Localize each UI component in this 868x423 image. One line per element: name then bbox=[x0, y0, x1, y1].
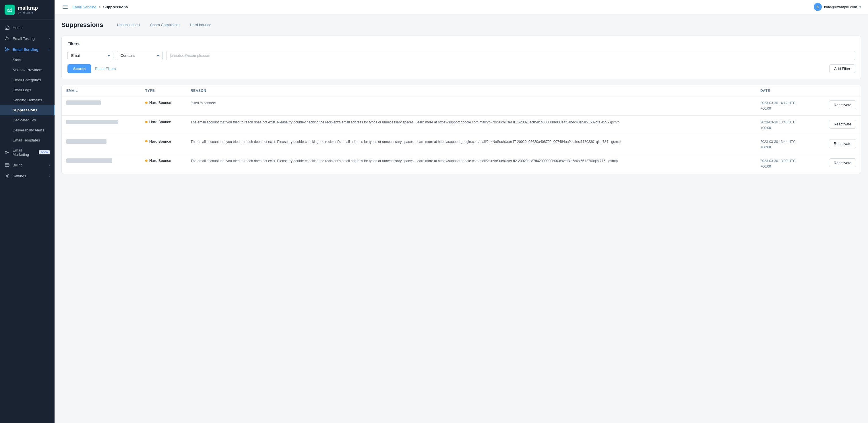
chevron-down-icon: ⌄ bbox=[48, 48, 50, 51]
sidebar-item-email-testing-label: Email Testing bbox=[12, 36, 35, 41]
sidebar-item-home[interactable]: Home bbox=[0, 22, 55, 33]
reason-text: The email account that you tried to reac… bbox=[191, 140, 621, 144]
breadcrumb-current: Suppressions bbox=[103, 5, 128, 9]
user-email: kate@example.com bbox=[824, 5, 857, 9]
send-icon bbox=[5, 47, 10, 52]
reactivate-button[interactable]: Reactivate bbox=[829, 120, 856, 129]
col-type: Type bbox=[141, 85, 186, 96]
breadcrumb: Email Sending > Suppressions bbox=[72, 5, 128, 9]
type-dot bbox=[145, 121, 148, 123]
svg-point-8 bbox=[7, 175, 8, 177]
table-body: Hard Bouncefailed to connect2023-03-30 1… bbox=[62, 96, 861, 174]
sidebar-item-sending-domains[interactable]: Sending Domains bbox=[0, 95, 55, 105]
add-filter-button[interactable]: Add Filter bbox=[829, 64, 855, 73]
tab-unsubscribed[interactable]: Unsubscribed bbox=[112, 21, 144, 29]
settings-icon bbox=[5, 173, 10, 178]
sidebar-item-mailbox-providers[interactable]: Mailbox Providers bbox=[0, 65, 55, 75]
tab-spam-complaints[interactable]: Spam Complaints bbox=[146, 21, 184, 29]
col-email: Email bbox=[62, 85, 141, 96]
filter-row: Email Type Date Contains Equals Starts w… bbox=[67, 51, 855, 60]
col-date: Date bbox=[756, 85, 813, 96]
sidebar-item-email-categories[interactable]: Email Categories bbox=[0, 75, 55, 85]
filter-actions: Search Reset Filters Add Filter bbox=[67, 64, 855, 73]
sidebar-item-settings[interactable]: Settings › bbox=[0, 170, 55, 182]
date-text: 2023-03-30 13:00 UTC+00:00 bbox=[761, 159, 796, 168]
tab-hard-bounce[interactable]: Hard bounce bbox=[185, 21, 216, 29]
sidebar-item-email-templates[interactable]: Email Templates bbox=[0, 135, 55, 145]
type-cell: Hard Bounce bbox=[141, 116, 186, 135]
sidebar-item-stats-label: Stats bbox=[12, 58, 21, 62]
breadcrumb-parent[interactable]: Email Sending bbox=[72, 5, 96, 9]
sidebar-item-dedicated-ips-label: Dedicated IPs bbox=[12, 118, 36, 122]
reason-text: failed to connect bbox=[191, 101, 216, 105]
type-dot bbox=[145, 160, 148, 162]
page-content: Suppressions Unsubscribed Spam Complaint… bbox=[55, 14, 868, 423]
sidebar-item-settings-label: Settings bbox=[12, 174, 26, 178]
sidebar-nav: Home Email Testing › Email Sending ⌄ Sta… bbox=[0, 20, 55, 423]
search-button[interactable]: Search bbox=[67, 64, 91, 73]
sidebar-item-email-sending-label: Email Sending bbox=[12, 47, 38, 52]
reset-filters-button[interactable]: Reset Filters bbox=[95, 64, 116, 73]
filter-field-select[interactable]: Email Type Date bbox=[67, 51, 113, 60]
sidebar-item-dedicated-ips[interactable]: Dedicated IPs bbox=[0, 115, 55, 125]
sidebar-item-email-marketing[interactable]: Email Marketing SOON bbox=[0, 145, 55, 160]
sidebar-item-home-label: Home bbox=[12, 26, 23, 30]
type-label: Hard Bounce bbox=[149, 158, 171, 163]
type-dot bbox=[145, 102, 148, 104]
suppressions-table: Email Type Reason Date Hard Bouncefailed… bbox=[61, 85, 861, 174]
sidebar-item-suppressions[interactable]: Suppressions bbox=[0, 105, 55, 115]
sidebar-item-deliverability-alerts[interactable]: Deliverability Alerts bbox=[0, 125, 55, 135]
sidebar-item-billing[interactable]: Billing › bbox=[0, 160, 55, 170]
action-cell: Reactivate bbox=[813, 96, 861, 116]
reactivate-button[interactable]: Reactivate bbox=[829, 100, 856, 109]
sidebar-item-email-templates-label: Email Templates bbox=[12, 138, 40, 142]
filters-title: Filters bbox=[67, 42, 855, 46]
sidebar-item-email-categories-label: Email Categories bbox=[12, 78, 41, 82]
sidebar-item-email-logs-label: Email Logs bbox=[12, 88, 31, 92]
email-cell bbox=[62, 135, 141, 154]
table-head: Email Type Reason Date bbox=[62, 85, 861, 96]
type-badge: Hard Bounce bbox=[145, 158, 181, 163]
sidebar-item-email-testing[interactable]: Email Testing › bbox=[0, 33, 55, 44]
user-menu[interactable]: K kate@example.com ▾ bbox=[814, 3, 861, 11]
email-cell bbox=[62, 154, 141, 174]
logo: mailtrap by railsware bbox=[0, 0, 55, 20]
breadcrumb-separator: > bbox=[99, 5, 101, 9]
sidebar-item-email-sending[interactable]: Email Sending ⌄ bbox=[0, 44, 55, 55]
filter-condition-select[interactable]: Contains Equals Starts with bbox=[117, 51, 163, 60]
table-row: Hard Bouncefailed to connect2023-03-30 1… bbox=[62, 96, 861, 116]
col-action bbox=[813, 85, 861, 96]
billing-icon bbox=[5, 162, 10, 168]
date-text: 2023-03-30 13:46 UTC+00:00 bbox=[761, 120, 796, 130]
sidebar-item-stats[interactable]: Stats bbox=[0, 55, 55, 65]
sidebar-item-email-logs[interactable]: Email Logs bbox=[0, 85, 55, 95]
table-row: Hard BounceThe email account that you tr… bbox=[62, 116, 861, 135]
topbar: Email Sending > Suppressions K kate@exam… bbox=[55, 0, 868, 14]
sidebar-item-mailbox-providers-label: Mailbox Providers bbox=[12, 68, 42, 72]
reactivate-button[interactable]: Reactivate bbox=[829, 158, 856, 167]
sidebar-item-billing-label: Billing bbox=[12, 163, 23, 167]
home-icon bbox=[5, 25, 10, 30]
date-cell: 2023-03-30 14:12 UTC+00:00 bbox=[756, 96, 813, 116]
logo-text: mailtrap bbox=[18, 5, 38, 11]
action-cell: Reactivate bbox=[813, 154, 861, 174]
email-redacted bbox=[66, 158, 112, 163]
email-redacted bbox=[66, 139, 106, 144]
page-header: Suppressions Unsubscribed Spam Complaint… bbox=[61, 21, 861, 29]
soon-badge: SOON bbox=[39, 151, 50, 154]
flask-icon bbox=[5, 36, 10, 41]
svg-rect-6 bbox=[5, 164, 9, 166]
date-cell: 2023-03-30 13:44 UTC+00:00 bbox=[756, 135, 813, 154]
sidebar-item-email-marketing-label: Email Marketing bbox=[12, 148, 36, 157]
page-title: Suppressions bbox=[61, 21, 103, 29]
type-cell: Hard Bounce bbox=[141, 135, 186, 154]
logo-icon bbox=[5, 5, 15, 15]
filter-value-input[interactable] bbox=[166, 51, 855, 60]
table-row: Hard BounceThe email account that you tr… bbox=[62, 154, 861, 174]
action-cell: Reactivate bbox=[813, 116, 861, 135]
svg-rect-5 bbox=[5, 152, 7, 153]
reactivate-button[interactable]: Reactivate bbox=[829, 139, 856, 148]
hamburger-menu[interactable] bbox=[61, 4, 69, 10]
chevron-right-icon: › bbox=[49, 37, 50, 40]
logo-sub: by railsware bbox=[18, 11, 38, 14]
